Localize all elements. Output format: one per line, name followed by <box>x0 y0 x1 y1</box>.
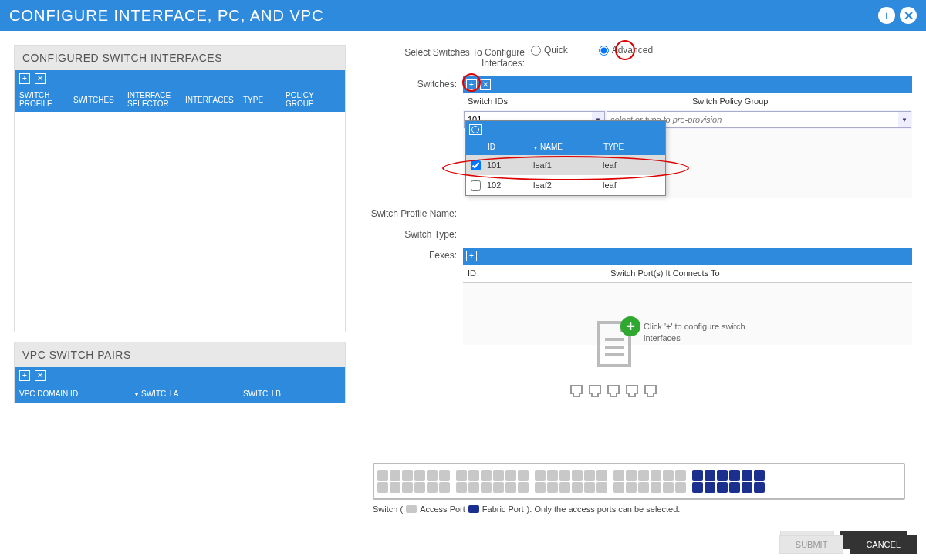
radio-advanced[interactable]: Advanced <box>599 45 653 56</box>
radio-quick-input[interactable] <box>531 46 541 56</box>
access-port[interactable] <box>675 482 686 493</box>
delete-icon[interactable]: ✕ <box>35 370 46 381</box>
col-switch-profile[interactable]: SWITCH PROFILE <box>15 88 69 111</box>
access-port[interactable] <box>651 470 661 481</box>
access-port[interactable] <box>584 482 595 493</box>
titlebar: CONFIGURE INTERFACE, PC, AND VPC i ✕ <box>0 0 926 31</box>
col-switch-a[interactable]: ▾SWITCH A <box>130 386 238 401</box>
col-fex-ports[interactable]: Switch Port(s) It Connects To <box>606 265 912 282</box>
port-mini-icon <box>607 384 620 400</box>
access-port[interactable] <box>559 482 570 493</box>
access-port[interactable] <box>663 482 674 493</box>
access-port[interactable] <box>481 482 492 493</box>
col-fex-id[interactable]: ID <box>463 265 606 282</box>
fabric-port <box>705 482 715 493</box>
access-port[interactable] <box>505 482 516 493</box>
access-port[interactable] <box>638 470 649 481</box>
access-port[interactable] <box>572 482 583 493</box>
access-port[interactable] <box>414 482 425 493</box>
dd-col-name[interactable]: ▾NAME <box>534 143 603 151</box>
dropdown-row[interactable]: 102 leaf2 leaf <box>466 175 665 195</box>
access-port[interactable] <box>535 482 546 493</box>
col-interfaces[interactable]: INTERFACES <box>181 93 238 107</box>
access-port[interactable] <box>596 482 607 493</box>
access-port[interactable] <box>493 482 504 493</box>
submit-button[interactable]: SUBMIT <box>779 535 844 554</box>
access-port[interactable] <box>377 470 388 481</box>
add-icon[interactable]: + <box>19 370 30 381</box>
access-port[interactable] <box>547 482 558 493</box>
vpc-toolbar: + ✕ <box>15 367 345 384</box>
access-port[interactable] <box>535 470 546 481</box>
delete-icon[interactable]: ✕ <box>35 73 46 84</box>
fexes-header: ID Switch Port(s) It Connects To <box>463 265 912 283</box>
radio-advanced-input[interactable] <box>599 46 609 56</box>
access-port[interactable] <box>584 470 595 481</box>
switches-header: Switch IDs Switch Policy Group <box>463 93 912 110</box>
access-port[interactable] <box>675 470 686 481</box>
access-port[interactable] <box>468 470 479 481</box>
row-checkbox[interactable] <box>471 180 481 191</box>
fabric-port <box>742 470 752 481</box>
col-if-selector[interactable]: INTERFACE SELECTOR <box>123 88 181 111</box>
access-port[interactable] <box>626 470 637 481</box>
legend: Switch ( Access Port Fabric Port ). Only… <box>373 504 680 514</box>
access-port[interactable] <box>377 482 388 493</box>
refresh-icon[interactable] <box>469 124 482 135</box>
access-port[interactable] <box>493 470 504 481</box>
access-port[interactable] <box>613 470 624 481</box>
access-port[interactable] <box>439 470 450 481</box>
cancel-button[interactable]: CANCEL <box>850 535 917 554</box>
info-icon[interactable]: i <box>878 7 895 24</box>
access-port[interactable] <box>390 482 400 493</box>
port-bank <box>613 470 686 493</box>
fabric-port <box>754 482 765 493</box>
access-port[interactable] <box>651 482 661 493</box>
col-switch-b[interactable]: SWITCH B <box>238 386 345 401</box>
access-port[interactable] <box>638 482 649 493</box>
access-port[interactable] <box>427 482 438 493</box>
switch-type-label: Switch Type: <box>369 227 463 240</box>
add-icon[interactable]: + <box>19 73 30 84</box>
access-port[interactable] <box>547 470 558 481</box>
access-port[interactable] <box>613 482 624 493</box>
add-switch-icon[interactable]: + <box>466 79 477 90</box>
add-interface-button[interactable]: + <box>620 316 640 336</box>
dropdown-row[interactable]: 101 leaf1 leaf <box>466 155 665 175</box>
access-port[interactable] <box>518 482 529 493</box>
col-switch-policy[interactable]: Switch Policy Group <box>688 93 912 110</box>
access-port[interactable] <box>402 470 413 481</box>
access-port[interactable] <box>596 470 607 481</box>
access-port[interactable] <box>468 482 479 493</box>
col-switches[interactable]: SWITCHES <box>69 93 123 107</box>
dropdown-icon[interactable]: ▼ <box>898 112 911 127</box>
access-port[interactable] <box>663 470 674 481</box>
access-port[interactable] <box>518 470 529 481</box>
access-port[interactable] <box>572 470 583 481</box>
access-port[interactable] <box>481 470 492 481</box>
dd-col-type[interactable]: TYPE <box>603 143 665 151</box>
access-port[interactable] <box>456 482 467 493</box>
col-policy-group[interactable]: POLICY GROUP <box>281 88 345 111</box>
close-icon[interactable]: ✕ <box>900 7 917 24</box>
access-port[interactable] <box>439 482 450 493</box>
access-port[interactable] <box>390 470 400 481</box>
access-port[interactable] <box>626 482 637 493</box>
access-port[interactable] <box>456 470 467 481</box>
vpc-pairs-panel: VPC SWITCH PAIRS + ✕ VPC DOMAIN ID ▾SWIT… <box>14 342 346 403</box>
row-checkbox[interactable] <box>471 160 481 170</box>
col-vpc-domain[interactable]: VPC DOMAIN ID <box>15 386 130 401</box>
row-name: leaf2 <box>533 180 603 190</box>
delete-switch-icon[interactable]: ✕ <box>480 79 491 90</box>
access-port[interactable] <box>505 470 516 481</box>
col-type[interactable]: TYPE <box>238 93 281 107</box>
access-port[interactable] <box>414 470 425 481</box>
col-switch-ids[interactable]: Switch IDs <box>463 93 688 110</box>
radio-quick[interactable]: Quick <box>531 45 568 56</box>
dropdown-toolbar <box>466 121 665 138</box>
access-port[interactable] <box>559 470 570 481</box>
add-fex-icon[interactable]: + <box>466 251 477 261</box>
dd-col-id[interactable]: ID <box>488 143 534 151</box>
access-port[interactable] <box>427 470 438 481</box>
access-port[interactable] <box>402 482 413 493</box>
